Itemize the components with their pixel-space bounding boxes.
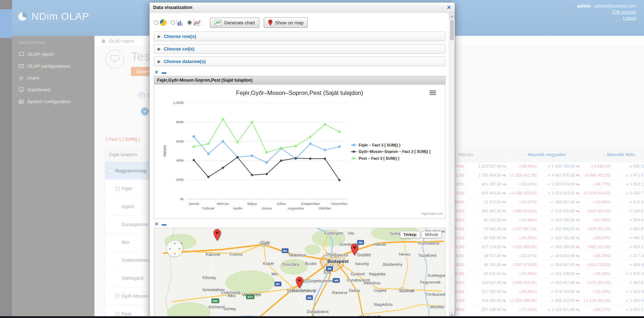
pie-radio[interactable]: [154, 20, 158, 25]
map-city-label: Körmend: [209, 305, 225, 309]
svg-text:Győr–Moson–Sopron – Fact 3 [ S: Győr–Moson–Sopron – Fact 3 [ SUM() ]: [358, 149, 430, 154]
satellite-mode-button[interactable]: Műhold: [421, 231, 441, 238]
modal-scrollbar[interactable]: ▲ ▼: [449, 13, 455, 318]
pan-right-icon[interactable]: ►: [178, 247, 181, 250]
modal-header[interactable]: Data visualization ✕: [150, 3, 455, 13]
svg-text:400k: 400k: [176, 158, 184, 162]
road-shield-m0: M0: [326, 266, 333, 271]
map-city-label: Fegyvernek: [420, 280, 440, 284]
panel-minimize-icon[interactable]: ▬: [162, 222, 166, 226]
map-city-label: Kőszeg: [203, 275, 216, 280]
svg-text:800k: 800k: [176, 120, 184, 124]
road-shield-m5: M5: [333, 278, 340, 283]
modal-body: Generate chart Show on map ▶Choose row(s…: [150, 13, 449, 318]
chart-panel-title[interactable]: Fejér,Győr-Moson-Sopron,Pest (Saját tula…: [154, 76, 445, 85]
data-visualization-modal: Data visualization ✕ Genera: [149, 2, 455, 318]
svg-text:0k: 0k: [180, 197, 184, 201]
scroll-up-icon[interactable]: ▲: [449, 13, 455, 19]
line-chart[interactable]: Fejér,Győr–Moson–Sopron,Pest (Saját tula…: [154, 85, 445, 219]
map-city-label: Bicske: [305, 261, 316, 266]
svg-text:Fejér – Fact 3 [ SUM() ]: Fejér – Fact 3 [ SUM() ]: [358, 143, 400, 147]
map-city-label: Dunaújváros: [307, 309, 329, 314]
chart-type-pie-option[interactable]: [154, 19, 167, 26]
map-city-label: Vác: [348, 231, 355, 235]
svg-text:Pest – Fact 3 [ SUM() ]: Pest – Fact 3 [ SUM() ]: [358, 156, 399, 160]
bar-chart-icon: [176, 19, 184, 26]
map-city-label: Heves: [399, 252, 410, 256]
map-panel: ✕ ▬ EsztergomVácGyöngyösMezőkövesdSopron…: [154, 221, 445, 318]
pie-chart-icon: [159, 19, 167, 26]
close-icon[interactable]: ✕: [447, 4, 451, 11]
bar-radio[interactable]: [171, 20, 175, 25]
show-on-map-button[interactable]: Show on map: [264, 17, 308, 28]
map-pan-control[interactable]: ▲ ▼ ◄ ►: [166, 240, 183, 257]
svg-text:November: November: [331, 202, 348, 206]
svg-text:Október: Október: [319, 206, 332, 210]
accordion-label: Choose datarow(s): [164, 59, 206, 64]
svg-text:1,000k: 1,000k: [173, 101, 184, 105]
svg-text:Július: Július: [277, 202, 286, 206]
chart-panel-controls: ✕ ▬: [154, 69, 445, 76]
line-chart-icon: [193, 19, 201, 26]
chart-type-bar-option[interactable]: [171, 19, 184, 26]
accordion-choose-cols[interactable]: ▶Choose col(s): [154, 44, 445, 54]
chart-toolbar: Generate chart Show on map: [154, 16, 445, 32]
chart-button-icon: [214, 20, 221, 26]
chevron-right-icon: ▶: [158, 47, 161, 51]
panel-close-icon[interactable]: ✕: [155, 70, 158, 74]
map-city-label: Dabas: [349, 288, 360, 293]
generate-chart-label: Generate chart: [224, 20, 255, 25]
screen: NDim OLAP admin - admin@example.com Edit…: [0, 0, 644, 318]
svg-text:Highcharts.com: Highcharts.com: [421, 212, 443, 216]
map-city-label: Esztergom: [325, 231, 343, 235]
scrollbar-thumb[interactable]: [450, 20, 454, 40]
panel-minimize-icon[interactable]: ▬: [162, 70, 166, 74]
road-shield-m6: M6: [306, 295, 313, 300]
map-city-label: Ráckeve: [332, 290, 348, 295]
map-marker-icon[interactable]: [295, 276, 303, 290]
map-city-label: Tiszafüred: [418, 253, 436, 257]
map-city-label: Törökszentmi: [426, 292, 445, 297]
svg-text:Április: Április: [233, 206, 242, 210]
pan-down-icon[interactable]: ▼: [173, 252, 176, 256]
map-terrain: [154, 228, 445, 318]
svg-text:600k: 600k: [176, 139, 184, 143]
panel-close-icon[interactable]: ✕: [155, 222, 158, 226]
map-city-label: Isaszeg: [355, 261, 369, 266]
accordion-choose-datarows[interactable]: ▶Choose datarow(s): [154, 57, 445, 66]
map-city-label: Csorna: [230, 252, 242, 256]
svg-text:Augusztus: Augusztus: [288, 206, 304, 210]
map-city-label: Szolnok: [399, 288, 415, 293]
map-marker-icon[interactable]: [213, 229, 221, 242]
svg-text:Május: Május: [247, 202, 257, 206]
map-city-label: Tatabánya: [288, 253, 306, 257]
map-city-label: Mezőtúr: [430, 305, 445, 309]
map-city-label: Gödöllő: [357, 253, 371, 257]
map-view[interactable]: EsztergomVácGyöngyösMezőkövesdSopronGyőr…: [154, 228, 445, 318]
map-city-label: Nagykőrös: [374, 302, 393, 307]
pan-up-icon[interactable]: ▲: [173, 241, 176, 245]
chart-type-line-option[interactable]: [187, 19, 201, 26]
map-city-label: Budapest: [327, 259, 348, 264]
line-radio[interactable]: [187, 20, 192, 25]
map-city-label: Kisbér: [263, 261, 274, 266]
map-panel-controls: ✕ ▬: [154, 221, 445, 228]
map-city-label: Hatvan: [374, 242, 386, 246]
map-city-label: Nagykáta: [369, 272, 385, 276]
accordion-label: Choose row(s): [164, 34, 196, 39]
pan-left-icon[interactable]: ◄: [168, 247, 171, 250]
accordion-choose-rows[interactable]: ▶Choose row(s): [154, 32, 445, 41]
map-mode-button[interactable]: Térkép: [400, 231, 420, 238]
chevron-right-icon: ▶: [158, 59, 161, 63]
road-shield-e66: E66: [211, 298, 219, 303]
svg-text:200k: 200k: [176, 178, 184, 182]
accordion-label: Choose col(s): [164, 46, 195, 52]
map-type-controls: Térkép Műhold: [400, 231, 441, 238]
map-city-label: Oroszlány: [282, 262, 300, 266]
window-bottom-edge: [0, 316, 644, 318]
map-city-label: Cegléd: [374, 288, 386, 293]
map-city-label: Jászberény: [382, 262, 402, 266]
generate-chart-button[interactable]: Generate chart: [210, 18, 259, 28]
map-city-label: Győr: [261, 241, 270, 246]
map-marker-icon[interactable]: [351, 244, 359, 257]
